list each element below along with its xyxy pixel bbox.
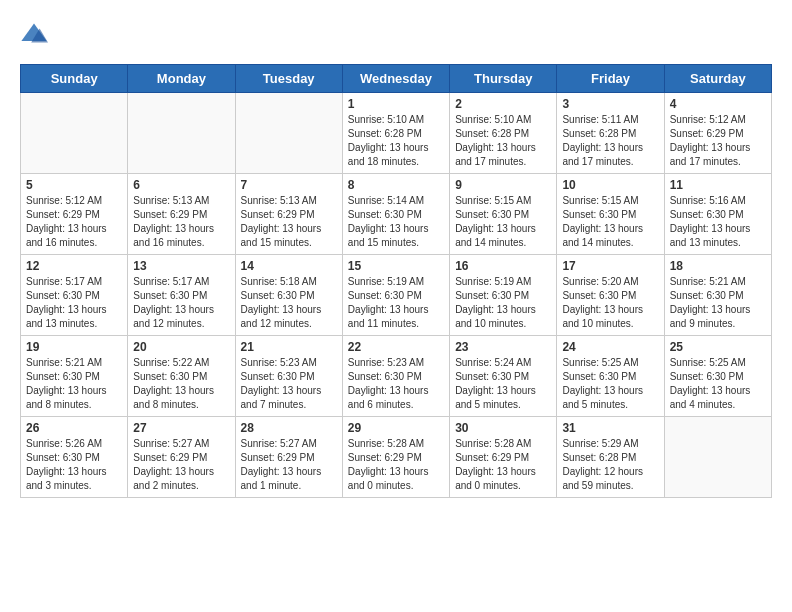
day-info: Sunrise: 5:12 AM Sunset: 6:29 PM Dayligh…: [670, 113, 766, 169]
day-header-thursday: Thursday: [450, 65, 557, 93]
day-number: 18: [670, 259, 766, 273]
day-info: Sunrise: 5:17 AM Sunset: 6:30 PM Dayligh…: [26, 275, 122, 331]
day-number: 20: [133, 340, 229, 354]
day-info: Sunrise: 5:27 AM Sunset: 6:29 PM Dayligh…: [133, 437, 229, 493]
calendar-day: [664, 417, 771, 498]
calendar-day: 31Sunrise: 5:29 AM Sunset: 6:28 PM Dayli…: [557, 417, 664, 498]
calendar-day: 14Sunrise: 5:18 AM Sunset: 6:30 PM Dayli…: [235, 255, 342, 336]
calendar-day: [235, 93, 342, 174]
calendar-day: [128, 93, 235, 174]
day-number: 19: [26, 340, 122, 354]
day-number: 31: [562, 421, 658, 435]
calendar-day: 26Sunrise: 5:26 AM Sunset: 6:30 PM Dayli…: [21, 417, 128, 498]
calendar-day: 1Sunrise: 5:10 AM Sunset: 6:28 PM Daylig…: [342, 93, 449, 174]
day-number: 9: [455, 178, 551, 192]
day-info: Sunrise: 5:10 AM Sunset: 6:28 PM Dayligh…: [455, 113, 551, 169]
calendar-week-1: 1Sunrise: 5:10 AM Sunset: 6:28 PM Daylig…: [21, 93, 772, 174]
day-number: 26: [26, 421, 122, 435]
day-number: 3: [562, 97, 658, 111]
day-info: Sunrise: 5:23 AM Sunset: 6:30 PM Dayligh…: [348, 356, 444, 412]
calendar-day: 29Sunrise: 5:28 AM Sunset: 6:29 PM Dayli…: [342, 417, 449, 498]
day-number: 23: [455, 340, 551, 354]
day-number: 15: [348, 259, 444, 273]
day-info: Sunrise: 5:20 AM Sunset: 6:30 PM Dayligh…: [562, 275, 658, 331]
day-number: 14: [241, 259, 337, 273]
page-header: [20, 20, 772, 48]
calendar-week-4: 19Sunrise: 5:21 AM Sunset: 6:30 PM Dayli…: [21, 336, 772, 417]
calendar-day: 18Sunrise: 5:21 AM Sunset: 6:30 PM Dayli…: [664, 255, 771, 336]
calendar-day: 17Sunrise: 5:20 AM Sunset: 6:30 PM Dayli…: [557, 255, 664, 336]
day-number: 2: [455, 97, 551, 111]
day-info: Sunrise: 5:14 AM Sunset: 6:30 PM Dayligh…: [348, 194, 444, 250]
calendar-day: 9Sunrise: 5:15 AM Sunset: 6:30 PM Daylig…: [450, 174, 557, 255]
calendar-day: 28Sunrise: 5:27 AM Sunset: 6:29 PM Dayli…: [235, 417, 342, 498]
day-info: Sunrise: 5:12 AM Sunset: 6:29 PM Dayligh…: [26, 194, 122, 250]
calendar-day: 10Sunrise: 5:15 AM Sunset: 6:30 PM Dayli…: [557, 174, 664, 255]
day-info: Sunrise: 5:15 AM Sunset: 6:30 PM Dayligh…: [562, 194, 658, 250]
calendar-header: SundayMondayTuesdayWednesdayThursdayFrid…: [21, 65, 772, 93]
day-info: Sunrise: 5:27 AM Sunset: 6:29 PM Dayligh…: [241, 437, 337, 493]
day-header-friday: Friday: [557, 65, 664, 93]
days-of-week-row: SundayMondayTuesdayWednesdayThursdayFrid…: [21, 65, 772, 93]
day-info: Sunrise: 5:11 AM Sunset: 6:28 PM Dayligh…: [562, 113, 658, 169]
day-number: 10: [562, 178, 658, 192]
day-number: 1: [348, 97, 444, 111]
day-info: Sunrise: 5:16 AM Sunset: 6:30 PM Dayligh…: [670, 194, 766, 250]
day-info: Sunrise: 5:17 AM Sunset: 6:30 PM Dayligh…: [133, 275, 229, 331]
calendar-day: 21Sunrise: 5:23 AM Sunset: 6:30 PM Dayli…: [235, 336, 342, 417]
logo: [20, 20, 52, 48]
day-info: Sunrise: 5:19 AM Sunset: 6:30 PM Dayligh…: [348, 275, 444, 331]
day-number: 7: [241, 178, 337, 192]
day-number: 4: [670, 97, 766, 111]
calendar-day: 30Sunrise: 5:28 AM Sunset: 6:29 PM Dayli…: [450, 417, 557, 498]
day-info: Sunrise: 5:25 AM Sunset: 6:30 PM Dayligh…: [562, 356, 658, 412]
day-info: Sunrise: 5:28 AM Sunset: 6:29 PM Dayligh…: [455, 437, 551, 493]
calendar-day: 25Sunrise: 5:25 AM Sunset: 6:30 PM Dayli…: [664, 336, 771, 417]
day-info: Sunrise: 5:21 AM Sunset: 6:30 PM Dayligh…: [670, 275, 766, 331]
day-info: Sunrise: 5:23 AM Sunset: 6:30 PM Dayligh…: [241, 356, 337, 412]
calendar-day: 24Sunrise: 5:25 AM Sunset: 6:30 PM Dayli…: [557, 336, 664, 417]
day-info: Sunrise: 5:24 AM Sunset: 6:30 PM Dayligh…: [455, 356, 551, 412]
calendar-week-5: 26Sunrise: 5:26 AM Sunset: 6:30 PM Dayli…: [21, 417, 772, 498]
day-info: Sunrise: 5:13 AM Sunset: 6:29 PM Dayligh…: [241, 194, 337, 250]
calendar-week-3: 12Sunrise: 5:17 AM Sunset: 6:30 PM Dayli…: [21, 255, 772, 336]
day-number: 30: [455, 421, 551, 435]
day-header-saturday: Saturday: [664, 65, 771, 93]
day-info: Sunrise: 5:26 AM Sunset: 6:30 PM Dayligh…: [26, 437, 122, 493]
calendar-week-2: 5Sunrise: 5:12 AM Sunset: 6:29 PM Daylig…: [21, 174, 772, 255]
day-number: 6: [133, 178, 229, 192]
calendar-body: 1Sunrise: 5:10 AM Sunset: 6:28 PM Daylig…: [21, 93, 772, 498]
day-number: 29: [348, 421, 444, 435]
day-header-tuesday: Tuesday: [235, 65, 342, 93]
calendar-day: 6Sunrise: 5:13 AM Sunset: 6:29 PM Daylig…: [128, 174, 235, 255]
day-info: Sunrise: 5:19 AM Sunset: 6:30 PM Dayligh…: [455, 275, 551, 331]
day-number: 27: [133, 421, 229, 435]
calendar-day: 19Sunrise: 5:21 AM Sunset: 6:30 PM Dayli…: [21, 336, 128, 417]
day-info: Sunrise: 5:22 AM Sunset: 6:30 PM Dayligh…: [133, 356, 229, 412]
calendar-day: 5Sunrise: 5:12 AM Sunset: 6:29 PM Daylig…: [21, 174, 128, 255]
day-info: Sunrise: 5:21 AM Sunset: 6:30 PM Dayligh…: [26, 356, 122, 412]
calendar-day: [21, 93, 128, 174]
day-header-wednesday: Wednesday: [342, 65, 449, 93]
calendar-day: 20Sunrise: 5:22 AM Sunset: 6:30 PM Dayli…: [128, 336, 235, 417]
day-info: Sunrise: 5:15 AM Sunset: 6:30 PM Dayligh…: [455, 194, 551, 250]
logo-icon: [20, 20, 48, 48]
calendar-day: 12Sunrise: 5:17 AM Sunset: 6:30 PM Dayli…: [21, 255, 128, 336]
calendar-day: 27Sunrise: 5:27 AM Sunset: 6:29 PM Dayli…: [128, 417, 235, 498]
calendar-day: 11Sunrise: 5:16 AM Sunset: 6:30 PM Dayli…: [664, 174, 771, 255]
day-number: 11: [670, 178, 766, 192]
calendar-day: 13Sunrise: 5:17 AM Sunset: 6:30 PM Dayli…: [128, 255, 235, 336]
calendar-day: 22Sunrise: 5:23 AM Sunset: 6:30 PM Dayli…: [342, 336, 449, 417]
day-number: 13: [133, 259, 229, 273]
day-info: Sunrise: 5:10 AM Sunset: 6:28 PM Dayligh…: [348, 113, 444, 169]
calendar-day: 16Sunrise: 5:19 AM Sunset: 6:30 PM Dayli…: [450, 255, 557, 336]
calendar-day: 3Sunrise: 5:11 AM Sunset: 6:28 PM Daylig…: [557, 93, 664, 174]
calendar-day: 2Sunrise: 5:10 AM Sunset: 6:28 PM Daylig…: [450, 93, 557, 174]
day-number: 25: [670, 340, 766, 354]
day-number: 5: [26, 178, 122, 192]
calendar-day: 7Sunrise: 5:13 AM Sunset: 6:29 PM Daylig…: [235, 174, 342, 255]
day-number: 16: [455, 259, 551, 273]
day-number: 28: [241, 421, 337, 435]
day-info: Sunrise: 5:25 AM Sunset: 6:30 PM Dayligh…: [670, 356, 766, 412]
day-number: 17: [562, 259, 658, 273]
